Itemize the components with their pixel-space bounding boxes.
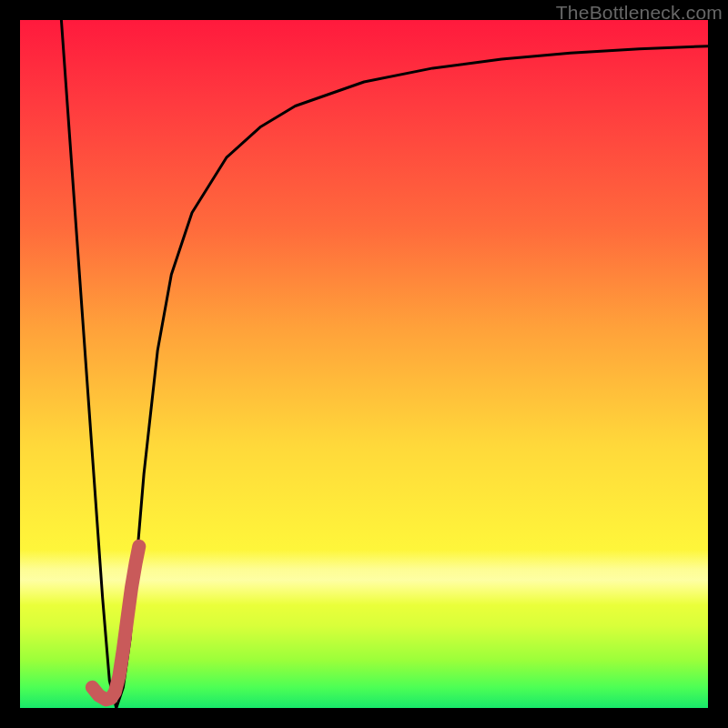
curve-layer (20, 20, 708, 708)
watermark-text: TheBottleneck.com (556, 2, 723, 24)
highlight-band (20, 550, 708, 604)
bottleneck-curve (61, 20, 708, 708)
hook-accent (92, 546, 138, 700)
plot-area (20, 20, 708, 708)
chart-frame: TheBottleneck.com (0, 0, 728, 728)
